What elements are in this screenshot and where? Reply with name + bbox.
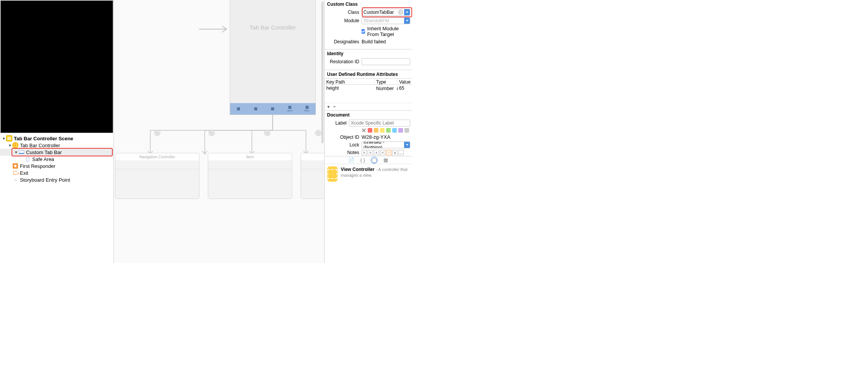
object-id-label: Object ID xyxy=(325,135,362,140)
scene-row[interactable]: ▼ Tab Bar Controller Scene xyxy=(0,135,113,142)
controller-row[interactable]: ▼ Tab Bar Controller xyxy=(0,142,113,149)
safe-area-label: Safe Area xyxy=(32,156,54,162)
udra-keypath[interactable]: height xyxy=(325,85,375,92)
module-placeholder: StrandsBFM xyxy=(362,18,404,23)
file-template-tab-icon[interactable]: 📄 xyxy=(349,158,354,163)
add-button[interactable]: + xyxy=(327,104,330,110)
lock-combobox[interactable]: Inherited - (Nothing) xyxy=(362,141,410,148)
tab-item[interactable] xyxy=(230,103,247,115)
storyboard-scene-icon xyxy=(6,135,12,141)
document-header: Document xyxy=(325,110,412,119)
navigator-panel: ▼ Tab Bar Controller Scene ▼ Tab Bar Con… xyxy=(0,0,113,263)
swatch-red[interactable] xyxy=(368,128,372,133)
restoration-id-field[interactable] xyxy=(362,58,410,65)
tab-item[interactable] xyxy=(247,103,265,115)
swatch-gray[interactable] xyxy=(404,128,409,133)
library-item-title: View Controller xyxy=(341,167,375,172)
class-value[interactable]: CustomTabBar xyxy=(362,10,398,15)
more-icon[interactable]: … xyxy=(398,150,404,155)
destination-scene[interactable]: Navigation Controller xyxy=(115,153,199,199)
chevron-down-icon[interactable] xyxy=(404,18,410,24)
destination-scene[interactable]: Item xyxy=(208,153,292,199)
identity-header: Identity xyxy=(325,49,412,57)
module-label: Module xyxy=(325,18,362,23)
interface-builder-canvas[interactable]: Tab Bar Controller Item Item Navig xyxy=(113,0,325,263)
align-right-icon[interactable]: ≡ xyxy=(374,150,379,155)
disclosure-triangle-icon[interactable]: ▼ xyxy=(14,150,18,154)
safe-area-row[interactable]: Safe Area xyxy=(0,156,113,163)
custom-class-header: Custom Class xyxy=(325,0,412,8)
swatch-none[interactable] xyxy=(362,128,366,133)
udra-value[interactable]: 65 xyxy=(398,85,412,92)
segue-relationship-icon[interactable] xyxy=(264,130,270,136)
scene-label: Tab Bar Controller Scene xyxy=(14,136,73,141)
document-outline: ▼ Tab Bar Controller Scene ▼ Tab Bar Con… xyxy=(0,133,113,263)
object-library-tab-icon[interactable]: ◯ xyxy=(372,158,377,163)
entry-point-row[interactable]: → Storyboard Entry Point xyxy=(0,176,113,183)
tab-item-label: Item xyxy=(304,109,310,112)
class-label: Class xyxy=(325,10,362,15)
preview-area xyxy=(0,0,113,133)
viewcontroller-library-icon xyxy=(327,166,338,182)
code-snippet-tab-icon[interactable]: { } xyxy=(360,158,365,163)
swatch-purple[interactable] xyxy=(398,128,403,133)
udra-type[interactable]: Number xyxy=(376,85,394,91)
controller-label: Tab Bar Controller xyxy=(20,143,60,148)
font-icon[interactable]: a xyxy=(392,150,398,155)
designables-label: Designables xyxy=(325,39,362,44)
inherit-module-checkbox[interactable] xyxy=(362,29,365,34)
align-justify-icon[interactable]: ≡ xyxy=(380,150,385,155)
custom-tabbar-label: Custom Tab Bar xyxy=(26,149,62,155)
entry-point-label: Storyboard Entry Point xyxy=(20,177,70,183)
class-combobox[interactable]: CustomTabBar xyxy=(362,9,410,16)
segue-relationship-icon[interactable] xyxy=(209,130,215,136)
lock-label: Lock xyxy=(325,142,362,148)
swatch-orange[interactable] xyxy=(374,128,378,133)
tab-item-icon xyxy=(271,107,274,110)
destination-scene[interactable] xyxy=(301,153,325,199)
segue-relationship-icon[interactable] xyxy=(154,130,160,136)
notes-label: Notes xyxy=(325,150,362,155)
inspector-panel: Custom Class Class CustomTabBar Module S… xyxy=(325,0,412,263)
scene-title: Tab Bar Controller xyxy=(230,24,316,31)
tab-item[interactable]: Item xyxy=(298,103,316,115)
destination-title: Navigation Controller xyxy=(115,153,199,161)
swatch-green[interactable] xyxy=(386,128,391,133)
chevron-updown-icon[interactable] xyxy=(404,142,410,148)
media-library-tab-icon[interactable]: ▦ xyxy=(383,158,388,163)
entry-point-icon: → xyxy=(12,177,18,183)
link-icon[interactable]: ↗ xyxy=(386,150,391,155)
destination-title: Item xyxy=(208,153,292,161)
first-responder-icon xyxy=(13,163,18,169)
exit-icon xyxy=(13,170,18,176)
module-combobox[interactable]: StrandsBFM xyxy=(362,17,410,24)
remove-button[interactable]: − xyxy=(333,104,336,110)
align-left-icon[interactable]: ≡ xyxy=(362,150,367,155)
tab-item[interactable] xyxy=(264,103,281,115)
swatch-blue[interactable] xyxy=(392,128,397,133)
restoration-id-label: Restoration ID xyxy=(325,59,362,64)
tab-item[interactable]: Item xyxy=(281,103,299,115)
phone-scene[interactable]: Tab Bar Controller Item Item xyxy=(230,0,316,115)
chevron-down-icon[interactable] xyxy=(404,9,410,15)
custom-tabbar-row[interactable]: ▼ Custom Tab Bar xyxy=(0,149,113,156)
safe-area-icon xyxy=(26,157,29,161)
disclosure-triangle-icon[interactable]: ▼ xyxy=(8,143,12,148)
segue-relationship-icon[interactable] xyxy=(315,130,321,136)
tab-item-icon xyxy=(306,106,309,109)
class-jump-icon[interactable] xyxy=(398,10,403,15)
udra-row[interactable]: height Number▲▼ 65 xyxy=(325,85,412,92)
phone-tabbar[interactable]: Item Item xyxy=(230,103,316,115)
tab-item-icon xyxy=(288,106,291,109)
swatch-yellow[interactable] xyxy=(380,128,385,133)
exit-row[interactable]: Exit xyxy=(0,169,113,176)
first-responder-row[interactable]: First Responder xyxy=(0,163,113,169)
align-center-icon[interactable]: ≡ xyxy=(368,150,373,155)
exit-label: Exit xyxy=(20,170,28,176)
lock-value: Inherited - (Nothing) xyxy=(362,141,404,148)
doc-label-label: Label xyxy=(325,120,349,126)
disclosure-triangle-icon[interactable]: ▼ xyxy=(2,136,6,141)
library-item[interactable]: View Controller - A controller that mana… xyxy=(325,164,412,184)
doc-label-field[interactable] xyxy=(349,120,410,126)
first-responder-label: First Responder xyxy=(20,163,55,169)
